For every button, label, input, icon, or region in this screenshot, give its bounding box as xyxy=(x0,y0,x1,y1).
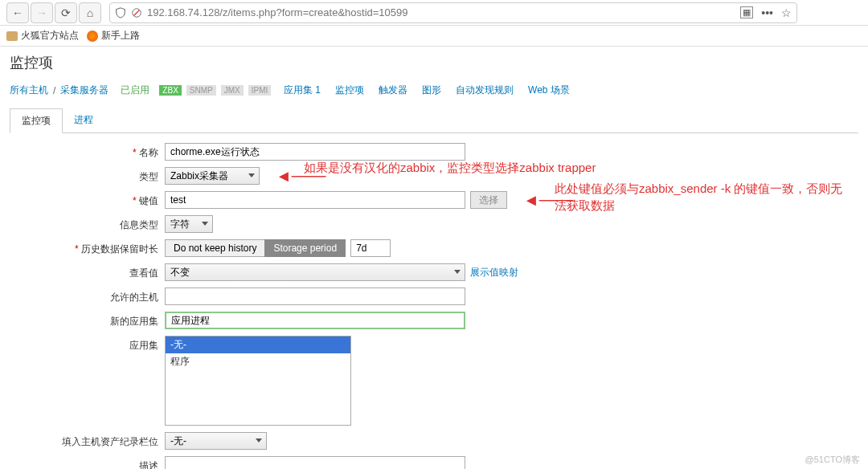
bc-host[interactable]: 采集服务器 xyxy=(60,84,108,97)
bookmark-folder[interactable]: 火狐官方站点 xyxy=(6,29,79,43)
new-app-label: 新的应用集 xyxy=(0,312,165,328)
back-button[interactable]: ← xyxy=(6,2,29,23)
lookup-mappings-link[interactable]: 展示值映射 xyxy=(470,266,518,279)
name-label: 名称 xyxy=(0,143,165,160)
tab-process[interactable]: 进程 xyxy=(63,108,104,133)
tabs: 监控项 进程 xyxy=(10,108,858,133)
reload-button[interactable]: ⟳ xyxy=(55,2,77,23)
key-select-button[interactable]: 选择 xyxy=(470,191,507,209)
browser-toolbar: ← → ⟳ ⌂ 192.168.74.128/z/items.php?form=… xyxy=(0,0,868,26)
svg-line-1 xyxy=(134,10,140,15)
bc-all-hosts[interactable]: 所有主机 xyxy=(10,84,48,97)
bc-items[interactable]: 监控项 xyxy=(335,84,364,97)
bookmark-getting-started[interactable]: 新手上路 xyxy=(87,29,140,43)
type-label: 类型 xyxy=(0,167,165,184)
desc-textarea[interactable] xyxy=(165,456,465,469)
history-storage-button[interactable]: Storage period xyxy=(264,239,346,257)
breadcrumb: 所有主机 / 采集服务器 已启用 ZBX SNMP JMX IPMI 应用集 1… xyxy=(0,79,868,102)
type-select[interactable]: Zabbix采集器 xyxy=(165,167,260,185)
bc-enabled: 已启用 xyxy=(121,84,149,97)
shield-icon xyxy=(115,7,126,18)
app-listbox[interactable]: -无- 程序 xyxy=(165,336,351,426)
key-label: 键值 xyxy=(0,191,165,208)
annotation-key: 此处键值必须与zabbix_sender -k 的键值一致，否则无法获取数据 xyxy=(555,180,852,214)
form-area: 名称 类型 Zabbix采集器 ◄─── 如果是没有汉化的zabbix，监控类型… xyxy=(0,133,868,469)
name-input[interactable] xyxy=(165,143,465,161)
page-title: 监控项 xyxy=(0,47,868,79)
tab-item[interactable]: 监控项 xyxy=(10,108,63,133)
more-icon[interactable]: ••• xyxy=(761,6,773,19)
bc-graphs[interactable]: 图形 xyxy=(422,84,441,97)
forward-button[interactable]: → xyxy=(31,2,53,23)
tag-ipmi: IPMI xyxy=(248,85,272,96)
tag-zbx: ZBX xyxy=(159,85,181,96)
new-app-input[interactable] xyxy=(165,312,465,329)
inventory-label: 填入主机资产纪录栏位 xyxy=(0,432,165,449)
info-type-label: 信息类型 xyxy=(0,215,165,232)
qr-icon[interactable]: ▦ xyxy=(740,6,753,18)
list-item[interactable]: -无- xyxy=(166,336,350,353)
lookup-label: 查看值 xyxy=(0,263,165,280)
list-item[interactable]: 程序 xyxy=(166,353,350,370)
history-label: 历史数据保留时长 xyxy=(0,239,165,256)
info-type-select[interactable]: 字符 xyxy=(165,215,213,233)
history-period-input[interactable] xyxy=(350,239,391,257)
bc-discovery[interactable]: 自动发现规则 xyxy=(456,84,514,97)
app-label: 应用集 xyxy=(0,336,165,353)
bookmarks-bar: 火狐官方站点 新手上路 xyxy=(0,26,868,47)
folder-icon xyxy=(6,31,18,41)
bc-triggers[interactable]: 触发器 xyxy=(379,84,407,97)
url-bar[interactable]: 192.168.74.128/z/items.php?form=create&h… xyxy=(109,2,797,23)
bc-apps[interactable]: 应用集 1 xyxy=(284,84,321,97)
key-input[interactable] xyxy=(165,191,465,209)
desc-label: 描述 xyxy=(0,456,165,469)
blocked-icon xyxy=(131,7,142,18)
watermark: @51CTO博客 xyxy=(805,454,860,466)
inventory-select[interactable]: -无- xyxy=(165,432,267,450)
url-text: 192.168.74.128/z/items.php?form=create&h… xyxy=(147,6,735,18)
home-button[interactable]: ⌂ xyxy=(79,2,101,23)
allowed-hosts-label: 允许的主机 xyxy=(0,288,165,304)
tag-jmx: JMX xyxy=(221,85,244,96)
lookup-select[interactable]: 不变 xyxy=(165,263,465,281)
history-no-keep-button[interactable]: Do not keep history xyxy=(165,239,265,257)
tag-snmp: SNMP xyxy=(186,85,216,96)
bc-web[interactable]: Web 场景 xyxy=(528,84,570,97)
allowed-hosts-input[interactable] xyxy=(165,288,465,305)
firefox-icon xyxy=(87,31,98,42)
bookmark-star-icon[interactable]: ☆ xyxy=(781,6,792,19)
annotation-type: 如果是没有汉化的zabbix，监控类型选择zabbix trapper xyxy=(304,161,596,176)
